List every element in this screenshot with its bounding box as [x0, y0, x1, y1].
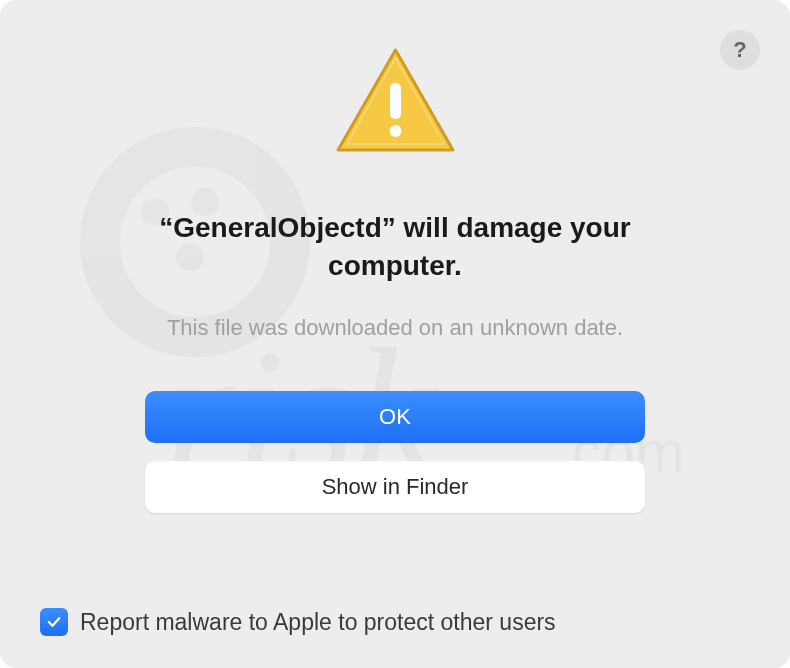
- show-in-finder-button[interactable]: Show in Finder: [145, 461, 645, 513]
- button-container: OK Show in Finder: [145, 391, 645, 513]
- svg-rect-6: [390, 83, 401, 119]
- checkmark-icon: [45, 613, 63, 631]
- help-button[interactable]: ?: [720, 30, 760, 70]
- report-malware-label[interactable]: Report malware to Apple to protect other…: [80, 609, 556, 636]
- warning-icon: [333, 45, 458, 164]
- svg-point-7: [389, 125, 401, 137]
- report-malware-row: Report malware to Apple to protect other…: [40, 608, 556, 636]
- alert-dialog: risk .com ? “GeneralObjectd” will damage…: [0, 0, 790, 668]
- dialog-subtitle: This file was downloaded on an unknown d…: [167, 315, 623, 341]
- report-malware-checkbox[interactable]: [40, 608, 68, 636]
- ok-button[interactable]: OK: [145, 391, 645, 443]
- dialog-title: “GeneralObjectd” will damage your comput…: [95, 209, 695, 285]
